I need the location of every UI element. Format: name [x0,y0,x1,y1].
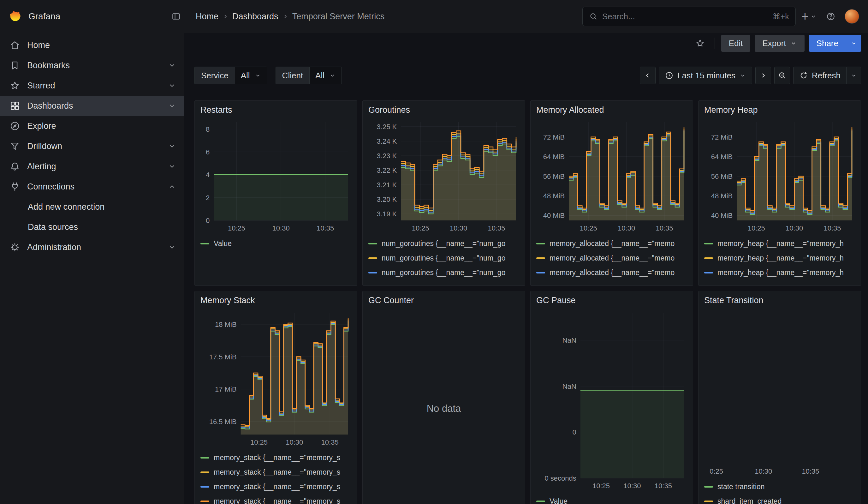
panel-title[interactable]: Goroutines [368,105,519,119]
panel-title[interactable]: Restarts [200,105,351,119]
zoom-out-time-button[interactable] [774,66,790,84]
legend-item[interactable]: memory_stack {__name__="memory_s [200,494,351,504]
refresh-interval-button[interactable] [847,66,861,84]
time-shift-back-button[interactable] [640,66,655,84]
svg-text:10:35: 10:35 [321,438,339,446]
svg-text:64 MiB: 64 MiB [543,153,565,161]
share-options-button[interactable] [846,35,861,52]
help-button[interactable] [823,8,839,25]
chart-memory-heap[interactable]: 40 MiB48 MiB56 MiB64 MiB72 MiB10:2510:30… [704,119,855,235]
svg-text:0:25: 0:25 [710,467,723,475]
legend-item[interactable]: memory_stack {__name__="memory_s [200,480,351,494]
legend: memory_heap {__name__="memory_hmemory_he… [704,235,855,282]
breadcrumb-home[interactable]: Home [196,12,218,21]
gear-icon [9,242,20,253]
panel-title[interactable]: Memory Heap [704,105,855,119]
bookmark-icon [9,60,20,71]
legend-item[interactable]: num_goroutines {__name__="num_go [368,265,519,280]
legend-item[interactable]: Value [536,494,687,504]
sidebar-item-dashboards[interactable]: Dashboards [0,96,184,116]
sidebar-item-label: Home [27,40,50,50]
grafana-logo [9,10,22,23]
chevron-down-icon [168,162,176,171]
mega-menu-toggle-button[interactable] [168,8,184,25]
funnel-icon [9,141,20,152]
variable-client-label: Client [276,66,309,84]
sidebar-item-explore[interactable]: Explore [0,116,184,136]
legend-item[interactable]: num_goroutines {__name__="num_go [368,236,519,251]
divider [715,38,715,49]
refresh-button[interactable]: Refresh [793,66,847,84]
svg-text:17.5 MiB: 17.5 MiB [209,353,237,361]
variable-client-select[interactable]: All [309,66,342,84]
legend-item[interactable]: memory_allocated {__name__="memo [536,280,687,282]
breadcrumb-dashboards[interactable]: Dashboards [232,12,278,21]
chart-gc-pause[interactable]: 0 seconds0NaNNaN10:2510:3010:35 [536,309,687,493]
sidebar-item-data-sources[interactable]: Data sources [0,217,184,237]
sidebar-item-alerting[interactable]: Alerting [0,156,184,176]
legend-item[interactable]: memory_heap {__name__="memory_h [704,236,855,251]
legend-label: num_goroutines {__name__="num_go [382,239,505,248]
svg-text:56 MiB: 56 MiB [711,172,733,180]
favorite-dashboard-button[interactable] [692,35,708,51]
panel-title[interactable]: Memory Allocated [536,105,687,119]
legend-item[interactable]: memory_stack {__name__="memory_s [200,450,351,465]
sidebar-item-drilldown[interactable]: Drilldown [0,136,184,156]
sidebar-item-add-new-connection[interactable]: Add new connection [0,197,184,217]
share-button[interactable]: Share [809,35,846,52]
legend-item[interactable]: memory_heap {__name__="memory_h [704,280,855,282]
question-mark-icon [826,12,836,21]
sidebar-item-administration[interactable]: Administration [0,237,184,257]
sidebar-item-connections[interactable]: Connections [0,176,184,197]
legend-item[interactable]: memory_heap {__name__="memory_h [704,265,855,280]
legend-item[interactable]: state transition [704,480,855,494]
svg-text:0: 0 [206,217,209,225]
legend-item[interactable]: shard_item_created [704,494,855,504]
sidebar-item-bookmarks[interactable]: Bookmarks [0,55,184,75]
svg-text:3.20 K: 3.20 K [377,195,397,203]
svg-text:10:30: 10:30 [286,438,303,446]
panel-title[interactable]: GC Pause [536,296,687,309]
legend-item[interactable]: memory_allocated {__name__="memo [536,251,687,265]
svg-text:10:30: 10:30 [623,482,641,490]
panel-title[interactable]: Memory Stack [200,296,351,309]
variable-client: Client All [276,66,342,84]
add-new-button[interactable]: + [802,10,817,23]
search-input[interactable] [602,12,768,21]
variable-service-select[interactable]: All [235,66,267,84]
user-avatar[interactable] [845,9,859,24]
chart-restarts[interactable]: 0246810:2510:3010:35 [200,119,351,235]
legend-item[interactable]: num_goroutines {__name__="num_go [368,280,519,282]
svg-text:72 MiB: 72 MiB [543,133,565,141]
legend-item[interactable]: Value [200,236,351,251]
chart-memory-stack[interactable]: 16.5 MiB17 MiB17.5 MiB18 MiB10:2510:3010… [200,309,351,449]
export-button[interactable]: Export [755,35,804,52]
panel-title[interactable]: GC Counter [368,296,519,309]
svg-text:3.22 K: 3.22 K [377,166,397,174]
legend-item[interactable]: memory_allocated {__name__="memo [536,265,687,280]
chevron-down-icon [255,72,261,79]
edit-button[interactable]: Edit [721,35,751,52]
svg-text:NaN: NaN [562,336,576,344]
time-shift-forward-button[interactable] [755,66,771,84]
chart-memory-allocated[interactable]: 40 MiB48 MiB56 MiB64 MiB72 MiB10:2510:30… [536,119,687,235]
sidebar-item-label: Alerting [27,162,56,172]
panel-title[interactable]: State Transition [704,296,855,309]
chart-goroutines[interactable]: 3.19 K3.20 K3.21 K3.22 K3.23 K3.24 K3.25… [368,119,519,235]
sidebar-item-starred[interactable]: Starred [0,75,184,96]
time-range-picker[interactable]: Last 15 minutes [659,66,752,84]
legend-item[interactable]: num_goroutines {__name__="num_go [368,251,519,265]
chart-state-transition[interactable]: 0:2510:3010:35 [704,309,855,478]
plus-icon: + [802,10,809,23]
sidebar-item-home[interactable]: Home [0,35,184,55]
svg-text:40 MiB: 40 MiB [711,212,733,219]
legend-item[interactable]: memory_stack {__name__="memory_s [200,465,351,480]
svg-text:10:30: 10:30 [786,224,803,232]
legend-label: memory_stack {__name__="memory_s [214,453,340,462]
search-box[interactable]: ⌘+k [582,7,796,26]
legend-item[interactable]: memory_heap {__name__="memory_h [704,251,855,265]
series-color-marker [704,257,713,259]
legend-item[interactable]: memory_allocated {__name__="memo [536,236,687,251]
legend-label: memory_stack {__name__="memory_s [214,483,340,491]
sidebar-item-label: Add new connection [28,202,104,212]
